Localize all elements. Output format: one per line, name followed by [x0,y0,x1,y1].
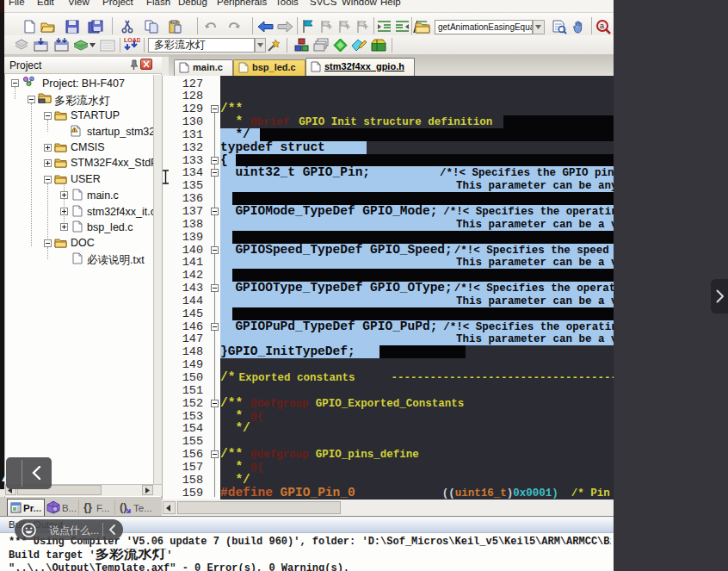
svg-text:LOAD: LOAD [124,37,140,43]
svg-text:a: a [600,22,604,30]
